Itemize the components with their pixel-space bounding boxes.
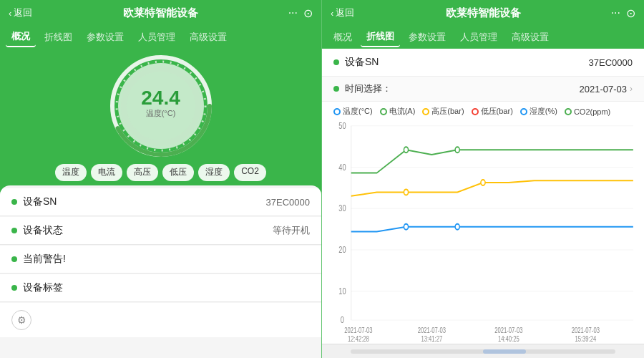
series-temp-dot2 (455, 224, 459, 230)
legend-humidity-label: 湿度(%) (530, 106, 557, 117)
legend-co2-icon (565, 108, 572, 115)
legend-current: 电流(A) (380, 106, 416, 117)
x-label-3b: 14:40:25 (498, 335, 519, 342)
sensor-tag-high-pressure[interactable]: 高压 (127, 164, 158, 181)
left-tab-personnel[interactable]: 人员管理 (132, 28, 181, 47)
x-label-2: 2021-07-03 (418, 326, 446, 334)
series-high-pressure-dot (404, 147, 408, 153)
x-label-4b: 15:39:24 (575, 335, 596, 342)
y-label-50: 50 (338, 121, 346, 130)
gauge-area: 24.4 温度(°C) (0, 49, 321, 160)
left-chevron-icon: ‹ (9, 8, 11, 19)
device-sn-dot (11, 199, 17, 205)
right-tab-params[interactable]: 参数设置 (403, 28, 452, 47)
legend-low-pressure-icon (472, 108, 479, 115)
right-device-sn-value: 37EC0000 (589, 57, 633, 68)
left-tab-overview[interactable]: 概况 (6, 27, 36, 47)
device-sn-row: 设备SN 37EC0000 (0, 188, 321, 216)
series-high-pressure-dot2 (455, 147, 459, 153)
time-date: 2021-07-03 (580, 84, 628, 95)
right-tab-overview[interactable]: 概况 (328, 28, 358, 47)
legend-temp-label: 温度(°C) (343, 106, 373, 117)
series-temp-dot (404, 224, 408, 230)
left-tab-params[interactable]: 参数设置 (81, 28, 130, 47)
legend-temp-icon (333, 108, 341, 115)
chart-scrollbar[interactable] (322, 344, 644, 358)
series-low-pressure (351, 180, 633, 195)
x-label-3: 2021-07-03 (494, 326, 522, 334)
sensor-tag-temp[interactable]: 温度 (55, 164, 87, 181)
right-header: ‹ 返回 欧莱特智能设备 ··· ⊙ (322, 0, 644, 26)
right-back-label: 返回 (336, 6, 354, 19)
device-status-row: 设备状态 等待开机 (0, 217, 321, 245)
gauge-number: 24.4 (141, 87, 180, 110)
device-tag-row: 设备标签 (0, 274, 321, 302)
gear-row: ⚙ (0, 303, 321, 337)
right-title: 欧莱特智能设备 (446, 6, 521, 20)
time-dot (333, 86, 339, 92)
legend-low-pressure-label: 低压(bar) (481, 106, 513, 117)
right-back-button[interactable]: ‹ 返回 (331, 6, 354, 19)
time-selector-row[interactable]: 时间选择： 2021-07-03 › (322, 77, 644, 102)
right-content: 设备SN 37EC0000 时间选择： 2021-07-03 › 温度(°C) … (322, 49, 644, 358)
left-tab-advanced[interactable]: 高级设置 (184, 28, 233, 47)
legend-high-pressure: 高压(bar) (422, 106, 464, 117)
legend-co2: CO2(ppm) (565, 106, 610, 117)
left-back-button[interactable]: ‹ 返回 (9, 6, 32, 19)
legend-high-pressure-label: 高压(bar) (431, 106, 464, 117)
legend-temp: 温度(°C) (333, 106, 373, 117)
right-header-icons: ··· ⊙ (611, 6, 635, 20)
sensor-tag-co2[interactable]: CO2 (234, 164, 266, 181)
right-tab-chart[interactable]: 折线图 (361, 27, 400, 47)
gauge-unit: 温度(°C) (141, 108, 180, 119)
y-label-10: 10 (338, 286, 346, 296)
left-tab-chart[interactable]: 折线图 (39, 28, 78, 47)
legend-co2-label: CO2(ppm) (574, 107, 610, 116)
left-dots-icon[interactable]: ··· (288, 6, 298, 19)
series-low-pressure-dot2 (481, 180, 485, 185)
right-tab-personnel[interactable]: 人员管理 (454, 28, 503, 47)
device-tag-dot (11, 285, 17, 291)
scrollbar-thumb[interactable] (483, 349, 526, 354)
left-content-area: 设备SN 37EC0000 设备状态 等待开机 当前警告! 设备标签 ⚙ (0, 185, 321, 358)
sensor-tag-humidity[interactable]: 湿度 (198, 164, 230, 181)
right-chevron-icon: ‹ (331, 8, 333, 19)
right-tab-advanced[interactable]: 高级设置 (506, 28, 555, 47)
y-label-20: 20 (338, 245, 346, 254)
chart-svg: 50 40 30 20 10 0 (329, 121, 637, 342)
y-label-40: 40 (338, 162, 346, 171)
scrollbar-track[interactable] (351, 349, 615, 354)
legend-humidity-icon (520, 108, 527, 115)
device-status-dot (11, 228, 17, 233)
right-dots-icon[interactable]: ··· (611, 6, 620, 19)
x-label-4: 2021-07-03 (572, 326, 600, 334)
left-header: ‹ 返回 欧莱特智能设备 ··· ⊙ (0, 0, 321, 26)
current-warning-dot (11, 256, 17, 262)
time-label: 时间选择： (345, 82, 391, 95)
left-header-icons: ··· ⊙ (288, 6, 313, 20)
left-target-icon[interactable]: ⊙ (303, 6, 313, 20)
x-label-1b: 12:42:28 (348, 335, 369, 342)
right-device-sn-dot (333, 59, 339, 65)
right-target-icon[interactable]: ⊙ (626, 6, 635, 20)
gear-button[interactable]: ⚙ (11, 310, 31, 330)
sensor-tag-low-pressure[interactable]: 低压 (162, 164, 194, 181)
gauge-container: 24.4 温度(°C) (107, 52, 215, 160)
legend-high-pressure-icon (422, 108, 429, 115)
right-device-sn-label: 设备SN (345, 56, 379, 69)
sensor-tags: 温度 电流 高压 低压 湿度 CO2 (0, 160, 321, 185)
sensor-tag-current[interactable]: 电流 (91, 164, 122, 181)
left-tabs: 概况 折线图 参数设置 人员管理 高级设置 (0, 26, 321, 49)
gauge-value: 24.4 温度(°C) (141, 87, 180, 119)
time-chevron-icon: › (630, 84, 633, 94)
series-low-pressure-dot (404, 189, 408, 195)
time-value[interactable]: 2021-07-03 › (580, 84, 633, 95)
device-sn-value: 37EC0000 (266, 197, 310, 208)
series-temperature (351, 227, 633, 232)
legend-current-icon (380, 108, 387, 115)
legend-current-label: 电流(A) (389, 106, 416, 117)
right-panel: ‹ 返回 欧莱特智能设备 ··· ⊙ 概况 折线图 参数设置 人员管理 高级设置… (322, 0, 644, 358)
device-sn-label: 设备SN (23, 195, 57, 208)
legend-low-pressure: 低压(bar) (472, 106, 513, 117)
left-back-label: 返回 (14, 6, 32, 19)
